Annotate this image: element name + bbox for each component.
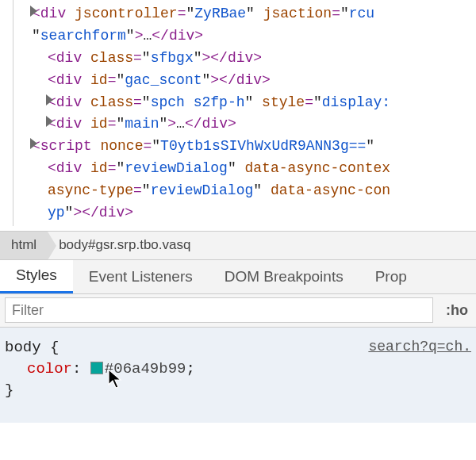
tab-dom-breakpoints[interactable]: DOM Breakpoints [209, 260, 359, 293]
breadcrumb-item-body[interactable]: body#gsr.srp.tbo.vasq [48, 232, 202, 259]
css-declaration[interactable]: color: #06a49b99; [5, 356, 471, 381]
css-property[interactable]: color [27, 360, 72, 378]
dom-node-review-dialog[interactable]: <div id="reviewDialog" data-async-contex… [17, 158, 476, 224]
attr-value: ZyRBae [194, 6, 246, 21]
expand-arrow-icon[interactable] [46, 94, 53, 105]
brace-open: { [50, 339, 59, 356]
attr-value: rcu [349, 6, 374, 21]
dom-tree-panel: <div jscontroller="ZyRBae" jsaction="rcu… [0, 0, 476, 231]
ellipsis[interactable]: … [143, 28, 152, 44]
stylesheet-source-link[interactable]: search?q=ch. [368, 339, 471, 355]
css-value[interactable]: #06a49b99 [105, 360, 186, 378]
attr-name: jscontroller [75, 6, 178, 21]
tree-guide-line [13, 0, 13, 226]
expand-arrow-icon[interactable] [30, 6, 37, 17]
dom-node-spch[interactable]: <div class="spch s2fp-h" style="display: [17, 92, 476, 114]
styles-pane: search?q=ch. body { color: #06a49b99; } [0, 328, 476, 423]
breadcrumb: html body#gsr.srp.tbo.vasq [0, 231, 476, 259]
tab-event-listeners[interactable]: Event Listeners [73, 260, 209, 293]
color-swatch-icon[interactable] [90, 362, 103, 374]
css-selector[interactable]: body [5, 339, 41, 356]
styles-filter-row: :ho [0, 294, 476, 328]
dom-node-searchform[interactable]: <div jscontroller="ZyRBae" jsaction="rcu… [17, 3, 476, 48]
styles-filter-input[interactable] [5, 297, 433, 323]
dom-node-sfbgx[interactable]: <div class="sfbgx"></div> [17, 48, 476, 70]
dom-node-script-nonce[interactable]: <script nonce="T0ytb1sSIVhWxUdR9ANN3g==" [17, 136, 476, 158]
tab-properties[interactable]: Prop [359, 260, 423, 293]
dom-node-gac-scont[interactable]: <div id="gac_scont"></div> [17, 70, 476, 92]
hov-toggle[interactable]: :ho [438, 302, 476, 319]
attr-name: jsaction [263, 6, 332, 21]
styles-tabs: Styles Event Listeners DOM Breakpoints P… [0, 259, 476, 294]
expand-arrow-icon[interactable] [30, 138, 37, 149]
expand-arrow-icon[interactable] [46, 116, 53, 127]
dom-node-main[interactable]: <div id="main">…</div> [17, 113, 476, 136]
brace-close: } [5, 381, 13, 399]
tag-name: div [40, 6, 66, 21]
breadcrumb-item-html[interactable]: html [0, 232, 48, 259]
attr-value: searchform [40, 28, 126, 44]
tab-styles[interactable]: Styles [0, 260, 73, 293]
